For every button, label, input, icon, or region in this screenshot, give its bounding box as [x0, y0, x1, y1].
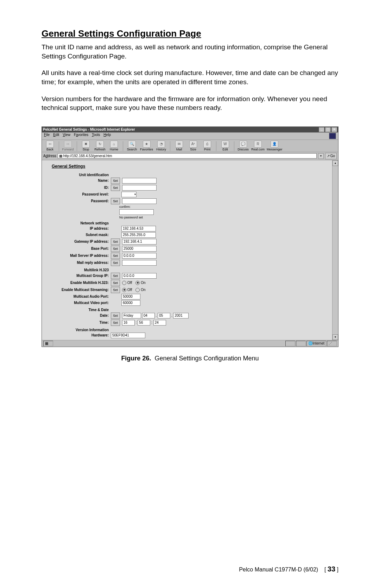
date-day-input[interactable]: Friday — [122, 313, 141, 318]
set-time-button[interactable]: Set — [111, 320, 120, 326]
address-dropdown-icon[interactable]: ▾ — [318, 153, 324, 159]
general-settings-heading: General Settings — [52, 164, 329, 169]
set-mailreply-button[interactable]: Set — [111, 260, 120, 266]
history-button[interactable]: ◔History — [155, 141, 167, 151]
page-icon: ▦ — [59, 154, 62, 158]
time-h-input[interactable]: 16 — [122, 320, 135, 326]
status-page-icon: ▦ — [43, 341, 53, 346]
menu-view[interactable]: View — [63, 133, 70, 139]
label-mvideo: Multicast Video port: — [45, 301, 111, 305]
baseport-input[interactable]: 25000 — [122, 246, 157, 252]
set-id-button[interactable]: Set — [111, 185, 120, 191]
label-subnet: Subnet mask: — [45, 233, 111, 237]
hw-input: 50EF9D41 — [111, 333, 145, 338]
browser-window: PelcoNet General Settings - Microsoft In… — [42, 126, 338, 347]
label-id: ID: — [45, 186, 111, 190]
no-password-note: No password set — [119, 216, 329, 219]
ms-on-radio[interactable]: On — [135, 288, 145, 292]
mvideo-input[interactable]: 60000 — [121, 300, 140, 306]
gateway-input[interactable]: 192.168.4.1 — [122, 239, 157, 245]
mgroup-input[interactable]: 0.0.0.0 — [122, 273, 157, 279]
size-button[interactable]: AᵃSize — [187, 141, 199, 151]
home-button[interactable]: ⌂Home — [108, 141, 120, 151]
page-footer: Pelco Manual C1977M-D (6/02) [ 33 ] — [239, 565, 338, 573]
section-version: Version Information — [45, 328, 111, 332]
h323-on-radio[interactable]: On — [135, 281, 145, 285]
set-mgroup-button[interactable]: Set — [111, 273, 120, 279]
realcom-button[interactable]: RReal.com — [251, 141, 265, 151]
resize-grip-icon: ⋰ — [327, 341, 337, 346]
window-title: PelcoNet General Settings - Microsoft In… — [43, 128, 135, 131]
section-unit-id: Unit identification — [45, 173, 111, 177]
label-name: Name: — [45, 179, 111, 182]
section-multilink: Multilink H.323 — [45, 268, 111, 272]
menu-favorites[interactable]: Favorites — [74, 133, 88, 139]
mail-button[interactable]: ✉Mail — [173, 141, 185, 151]
forward-button[interactable]: ⇨Forward — [62, 141, 74, 151]
id-input[interactable] — [122, 185, 157, 191]
h323-off-radio[interactable]: Off — [122, 281, 132, 285]
stop-button[interactable]: ✖Stop — [80, 141, 92, 151]
discuss-button[interactable]: 💬Discuss — [237, 141, 249, 151]
edit-button[interactable]: WEdit — [219, 141, 231, 151]
set-h323-button[interactable]: Set — [111, 280, 120, 286]
menu-edit[interactable]: Edit — [53, 133, 59, 139]
minimize-button[interactable]: _ — [319, 127, 324, 132]
address-input[interactable]: ▦ http://192.168.4.53/general.htm — [58, 153, 317, 159]
mailserver-input[interactable]: 0.0.0.0 — [122, 253, 157, 259]
date-y-input[interactable]: 2001 — [173, 313, 189, 318]
time-s-input[interactable]: 24 — [153, 320, 166, 326]
status-pane — [296, 341, 306, 346]
back-button[interactable]: ⇦Back — [44, 141, 56, 151]
window-titlebar: PelcoNet General Settings - Microsoft In… — [42, 127, 338, 132]
set-name-button[interactable]: Set — [111, 178, 120, 184]
menu-tools[interactable]: Tools — [92, 133, 100, 139]
label-pw: Password: — [45, 199, 111, 203]
label-confirm: confirm: — [119, 205, 329, 209]
label-gateway: Gateway IP address: — [45, 240, 111, 243]
set-date-button[interactable]: Set — [111, 312, 120, 319]
status-bar: ▦ 🌐 Internet ⋰ — [42, 340, 338, 347]
label-ip: IP address: — [45, 227, 111, 230]
scroll-up-icon[interactable]: ▴ — [332, 160, 338, 166]
menu-bar: File Edit View Favorites Tools Help — [42, 132, 338, 140]
label-mailreply: Mail reply address: — [45, 261, 111, 265]
date-d-input[interactable]: 04 — [142, 313, 155, 318]
section-heading: General Settings Configuration Page — [42, 28, 338, 39]
vertical-scrollbar[interactable]: ▴ ▾ — [332, 160, 338, 340]
figure-caption: Figure 26. General Settings Configuratio… — [42, 355, 338, 362]
go-button[interactable]: ↗ Go — [325, 153, 337, 159]
close-button[interactable]: × — [331, 127, 337, 132]
maudio-input[interactable]: 50000 — [121, 294, 140, 299]
ms-off-radio[interactable]: Off — [122, 288, 132, 292]
mailreply-input[interactable] — [122, 260, 157, 266]
subnet-input[interactable]: 255.255.255.0 — [121, 232, 156, 238]
date-m-input[interactable]: 05 — [158, 313, 170, 318]
menu-help[interactable]: Help — [103, 133, 111, 139]
time-m-input[interactable]: 56 — [138, 320, 150, 326]
status-pane — [285, 341, 295, 346]
address-bar: Address ▦ http://192.168.4.53/general.ht… — [42, 152, 338, 160]
refresh-button[interactable]: ↻Refresh — [94, 141, 106, 151]
pw-confirm-input[interactable] — [119, 209, 154, 215]
menu-file[interactable]: File — [44, 133, 50, 139]
ip-input[interactable]: 192.168.4.53 — [121, 226, 156, 231]
set-gateway-button[interactable]: Set — [111, 239, 120, 245]
favorites-button[interactable]: ★Favorites — [140, 141, 153, 151]
set-pw-button[interactable]: Set — [111, 198, 120, 204]
set-ms-button[interactable]: Set — [111, 287, 120, 293]
scroll-down-icon[interactable]: ▾ — [332, 334, 338, 340]
name-input[interactable] — [122, 178, 157, 184]
set-baseport-button[interactable]: Set — [111, 246, 120, 252]
maximize-button[interactable]: □ — [325, 127, 331, 132]
label-maudio: Multicast Audio Port: — [45, 295, 111, 298]
label-baseport: Base Port: — [45, 247, 111, 250]
section-timedate: Time & Date — [45, 308, 111, 312]
pw-input[interactable] — [122, 198, 157, 204]
set-mailserver-button[interactable]: Set — [111, 253, 120, 259]
search-button[interactable]: 🔍Search — [126, 141, 138, 151]
pwlevel-select[interactable]: ▾ — [121, 192, 137, 197]
messenger-button[interactable]: 👤Messenger — [267, 141, 283, 151]
address-label: Address — [43, 154, 56, 158]
print-button[interactable]: ⎙Print — [201, 141, 213, 151]
